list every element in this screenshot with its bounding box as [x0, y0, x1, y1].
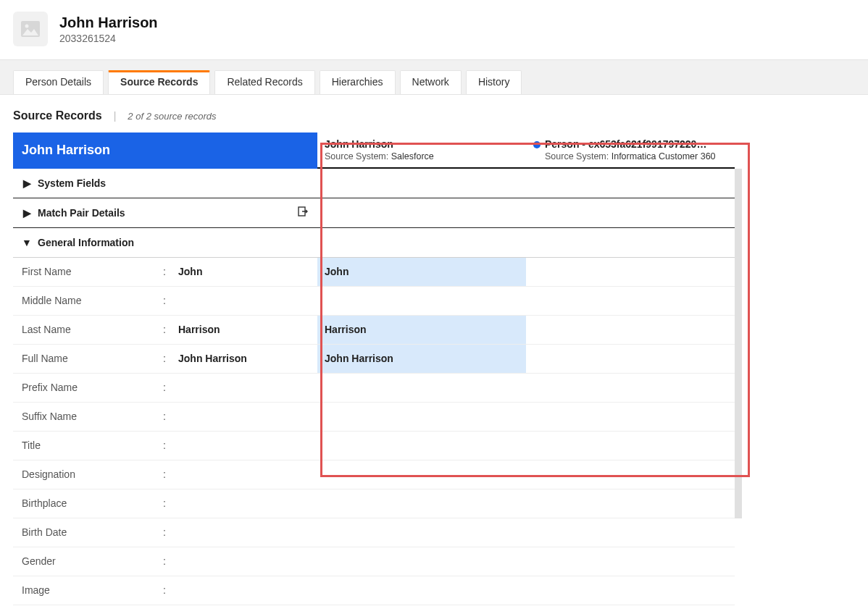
scrollbar-gutter[interactable] [735, 576, 742, 605]
export-icon[interactable] [297, 206, 309, 219]
tab-source-records[interactable]: Source Records [108, 70, 210, 94]
field-row-last-name: Last Name:Harrison [13, 316, 317, 345]
source-system-value: Salesforce [391, 151, 434, 161]
scrollbar-track[interactable] [735, 489, 742, 518]
field-colon: : [159, 382, 170, 393]
tab-history[interactable]: History [466, 70, 522, 94]
source-cell[interactable]: John Harrison [317, 345, 526, 374]
entity-image-placeholder [13, 12, 48, 46]
source-header-1[interactable]: Person - ex653fa621f991797220…Source Sys… [526, 133, 735, 169]
source-cell[interactable]: Harrison [317, 316, 526, 345]
field-label: Image [22, 584, 159, 596]
source-cell[interactable] [317, 432, 526, 460]
source-cell[interactable] [526, 345, 735, 374]
scrollbar-track[interactable] [735, 345, 742, 374]
field-colon: : [159, 353, 170, 364]
scrollbar-track[interactable] [735, 169, 742, 198]
field-colon: : [159, 584, 170, 596]
field-label: First Name [22, 266, 159, 277]
scrollbar-track[interactable] [735, 432, 742, 460]
source-section-spacer [317, 198, 526, 228]
source-section-spacer [317, 228, 526, 258]
scrollbar-track[interactable] [735, 460, 742, 489]
section-title: Source Records [13, 109, 102, 122]
source-title: Person - ex653fa621f991797220… [545, 138, 727, 150]
source-cell[interactable] [317, 374, 526, 403]
field-value: Harrison [170, 324, 309, 335]
scrollbar-track[interactable] [735, 133, 742, 169]
tab-related-records[interactable]: Related Records [214, 70, 314, 94]
section-subtitle: 2 of 2 source records [128, 111, 216, 122]
source-header-0[interactable]: John HarrisonSource System: Salesforce [317, 133, 526, 169]
source-system-row: Source System: Salesforce [325, 151, 519, 161]
source-system-row: Source System: Informatica Customer 360 [545, 151, 727, 161]
source-cell[interactable] [526, 432, 735, 460]
source-cell[interactable] [526, 374, 735, 403]
svg-point-1 [25, 25, 29, 28]
source-cell[interactable] [317, 460, 526, 489]
section-toggle-match-pair-details[interactable]: ▶Match Pair Details [13, 198, 317, 228]
field-row-prefix-name: Prefix Name: [13, 374, 317, 403]
section-label: Match Pair Details [38, 207, 125, 219]
source-title: John Harrison [325, 138, 519, 150]
source-cell[interactable] [526, 547, 735, 576]
source-section-spacer [526, 169, 735, 198]
scrollbar-track[interactable] [735, 374, 742, 403]
field-label: Birth Date [22, 526, 159, 538]
source-system-label: Source System: [325, 151, 388, 161]
chevron-down-icon: ▼ [22, 237, 32, 248]
source-cell[interactable]: John [317, 258, 526, 287]
tab-network[interactable]: Network [400, 70, 462, 94]
scrollbar-gutter[interactable] [735, 518, 742, 547]
field-row-title: Title: [13, 432, 317, 460]
section-toggle-general-information[interactable]: ▼General Information [13, 228, 317, 258]
field-label: Birthplace [22, 497, 159, 509]
section-label: System Fields [38, 177, 106, 189]
field-row-birthplace: Birthplace: [13, 489, 317, 518]
source-cell[interactable] [317, 518, 526, 547]
field-colon: : [159, 468, 170, 480]
field-colon: : [159, 440, 170, 451]
scrollbar-gutter[interactable] [735, 547, 742, 576]
scrollbar-track[interactable] [735, 228, 742, 258]
source-section-spacer [526, 228, 735, 258]
source-cell[interactable] [526, 258, 735, 287]
master-record-header: John Harrison [13, 133, 317, 169]
scrollbar-track[interactable] [735, 287, 742, 316]
section-divider: | [114, 110, 117, 122]
source-cell[interactable] [317, 576, 526, 605]
scrollbar-track[interactable] [735, 198, 742, 228]
source-cell[interactable] [317, 403, 526, 432]
field-label: Full Name [22, 353, 159, 364]
source-cell[interactable] [526, 518, 735, 547]
source-cell[interactable] [317, 287, 526, 316]
tab-hierarchies[interactable]: Hierarchies [320, 70, 396, 94]
scrollbar-track[interactable] [735, 258, 742, 287]
tab-person-details[interactable]: Person Details [13, 70, 104, 94]
source-cell[interactable] [317, 489, 526, 518]
page-header: John Harrison 2033261524 [0, 0, 868, 59]
source-section-spacer [317, 169, 526, 198]
source-cell[interactable] [526, 316, 735, 345]
field-row-gender: Gender: [13, 547, 317, 576]
field-label: Suffix Name [22, 411, 159, 422]
field-row-suffix-name: Suffix Name: [13, 403, 317, 432]
chevron-right-icon: ▶ [22, 177, 32, 189]
source-cell[interactable] [526, 576, 735, 605]
section-toggle-system-fields[interactable]: ▶System Fields [13, 169, 317, 198]
source-cell[interactable] [526, 489, 735, 518]
scrollbar-track[interactable] [735, 316, 742, 345]
source-cell[interactable] [526, 460, 735, 489]
source-cell[interactable] [317, 547, 526, 576]
source-cell[interactable] [526, 287, 735, 316]
section-header: Source Records | 2 of 2 source records [0, 95, 868, 133]
field-colon: : [159, 324, 170, 335]
tab-bar: Person DetailsSource RecordsRelated Reco… [0, 59, 868, 95]
scrollbar-track[interactable] [735, 403, 742, 432]
field-colon: : [159, 526, 170, 538]
field-row-birth-date: Birth Date: [13, 518, 317, 547]
field-colon: : [159, 411, 170, 422]
field-value: John Harrison [170, 353, 309, 364]
source-cell[interactable] [526, 403, 735, 432]
source-status-dot-icon [533, 141, 541, 148]
